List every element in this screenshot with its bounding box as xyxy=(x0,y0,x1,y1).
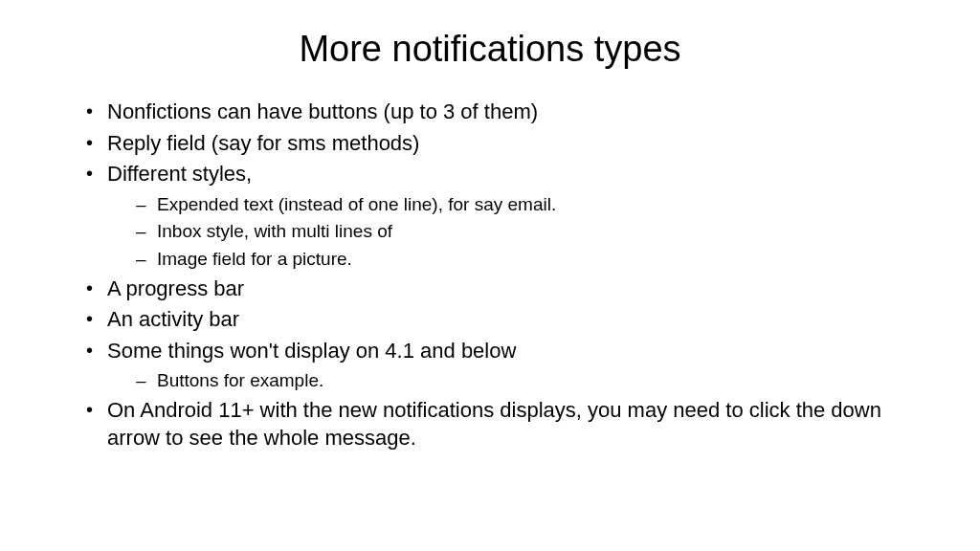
list-item: A progress bar xyxy=(86,276,923,303)
list-item-text: On Android 11+ with the new notification… xyxy=(107,398,881,450)
sub-list-item: Inbox style, with multi lines of xyxy=(136,219,923,244)
list-item: Different styles, Expended text (instead… xyxy=(86,161,923,272)
list-item-text: Reply field (say for sms methods) xyxy=(107,131,419,155)
list-item-text: Nonfictions can have buttons (up to 3 of… xyxy=(107,99,538,123)
list-item-text: A progress bar xyxy=(107,276,244,300)
sub-list: Buttons for example. xyxy=(107,368,923,393)
sub-list: Expended text (instead of one line), for… xyxy=(107,192,923,272)
slide-title: More notifications types xyxy=(57,29,923,70)
list-item-text: Different styles, xyxy=(107,162,252,186)
list-item: Some things won't display on 4.1 and bel… xyxy=(86,338,923,393)
list-item: Reply field (say for sms methods) xyxy=(86,130,923,158)
list-item: An activity bar xyxy=(86,306,923,334)
list-item: Nonfictions can have buttons (up to 3 of… xyxy=(86,99,923,126)
list-item: On Android 11+ with the new notification… xyxy=(86,397,923,452)
sub-list-item: Image field for a picture. xyxy=(136,247,923,272)
sub-list-item: Buttons for example. xyxy=(136,368,923,393)
list-item-text: Some things won't display on 4.1 and bel… xyxy=(107,339,516,363)
bullet-list: Nonfictions can have buttons (up to 3 of… xyxy=(57,99,923,452)
list-item-text: An activity bar xyxy=(107,307,239,331)
sub-list-item: Expended text (instead of one line), for… xyxy=(136,192,923,217)
